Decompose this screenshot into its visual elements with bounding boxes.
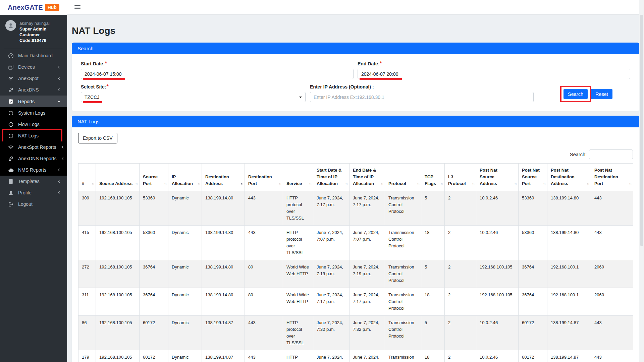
table-cell: June 7, 2024, 7:17 p.m. (313, 288, 350, 316)
sort-icon: ↑↓ (417, 180, 419, 187)
column-header-l3-protocol[interactable]: L3 Protocol↑↓ (445, 164, 476, 191)
scrollbar-thumb[interactable] (640, 15, 643, 246)
table-cell: 53360 (519, 191, 547, 226)
reset-button[interactable]: Reset (591, 89, 612, 99)
sort-icon: ↑↓ (543, 180, 545, 187)
logo: AnexGATE Hub (0, 0, 67, 15)
sidebar-menu: Main DashboardDevicesAnexSpotAnexDNSRepo… (0, 50, 67, 210)
column-header-ip-allocation[interactable]: IP Allocation↑↓ (168, 164, 202, 191)
column-header-start-date-time-of-ip-allocation[interactable]: Start Date & Time of IP Allocation↑↓ (313, 164, 350, 191)
sort-icon: ↑↓ (345, 180, 347, 187)
table-cell: 138.199.14.87 (547, 316, 591, 350)
column-header-post-nat-destination-port[interactable]: Post Nat Destination Port↑↓ (591, 164, 633, 191)
site-select[interactable]: TZCCJ (81, 92, 306, 102)
sidebar-item-templates[interactable]: Templates (0, 176, 67, 187)
column-header-post-nat-destination-address[interactable]: Post Nat Destination Address↑↓ (547, 164, 591, 191)
brand-logo-text: AnexGATE (8, 4, 43, 11)
sort-icon: ↑↓ (198, 180, 200, 187)
table-cell: 5 (421, 316, 445, 350)
table-cell: 53360 (140, 226, 168, 260)
sidebar-item-reports[interactable]: Reports (0, 96, 67, 107)
sidebar-item-nat-logs[interactable]: NAT Logs (0, 130, 67, 141)
sidebar-item-system-logs[interactable]: System Logs (0, 107, 67, 119)
sort-icon: ↑↓ (309, 180, 311, 187)
column-header-source-port[interactable]: Source Port↑↓ (140, 164, 168, 191)
end-date-field: End Date:* (358, 61, 630, 79)
content: NAT Logs Search Start Date:* (67, 25, 644, 362)
table-cell: 192.168.100.105 (96, 191, 140, 226)
table-cell: June 7, 2024, 7:21 p.m. (313, 350, 350, 362)
column-header-tcp-flags[interactable]: TCP Flags↑↓ (421, 164, 445, 191)
column-header-destination-address[interactable]: Destination Address↑↓ (202, 164, 245, 191)
table-cell: 311 (78, 288, 96, 316)
table-cell: June 7, 2024, 7:17 p.m. (313, 191, 350, 226)
sidebar-item-logout[interactable]: Logout (0, 198, 67, 210)
sidebar-toggle-icon[interactable] (74, 5, 80, 9)
ip-input[interactable] (310, 92, 534, 102)
sidebar-item-anexdns-reports[interactable]: AnexDNS Reports (0, 153, 67, 164)
page-scrollbar[interactable] (639, 0, 644, 362)
sidebar-item-flow-logs[interactable]: Flow Logs (0, 119, 67, 130)
column-header-service[interactable]: Service↑↓ (283, 164, 313, 191)
sidebar-item-profile[interactable]: Profile (0, 187, 67, 198)
table-cell: Transmission Control Protocol (385, 316, 421, 350)
sidebar-item-label: System Logs (18, 110, 61, 116)
column-header-destination-port[interactable]: Destination Port↑↓ (245, 164, 283, 191)
main-area: NAT Logs Search Start Date:* (67, 0, 644, 362)
column-header-protocol[interactable]: Protocol↑↓ (385, 164, 421, 191)
table-cell: June 7, 2024, 7:07 p.m. (313, 226, 350, 260)
end-date-input[interactable] (358, 69, 630, 79)
sidebar-item-anexspot-reports[interactable]: AnexSpot Reports (0, 141, 67, 153)
user-name: akshay halingali (19, 20, 64, 26)
table-cell: 138.199.14.87 (547, 350, 591, 362)
sidebar-item-main-dashboard[interactable]: Main Dashboard (0, 50, 67, 61)
column-header-post-nat-source-address[interactable]: Post Nat Source Address↑↓ (476, 164, 519, 191)
required-mark: * (380, 61, 382, 66)
customer-code: Customer Code:810479 (19, 32, 64, 43)
table-cell: 138.199.14.87 (202, 316, 245, 350)
export-csv-button[interactable]: Export to CSV (78, 133, 117, 143)
link-icon (8, 87, 14, 93)
sidebar-item-label: Templates (18, 179, 53, 184)
nat-logs-table: #↑↓Source Address↑↓Source Port↑↓IP Alloc… (78, 163, 633, 362)
table-cell: 192.168.100.105 (96, 226, 140, 260)
table-row: 311192.168.100.10536764Dynamic138.199.14… (78, 288, 633, 316)
table-cell: 443 (591, 350, 633, 362)
column-header-post-nat-source-port[interactable]: Post Nat Source Port↑↓ (519, 164, 547, 191)
sidebar-item-anexdns[interactable]: AnexDNS (0, 84, 67, 96)
table-cell: 192.168.100.1 (547, 260, 591, 288)
table-cell: 138.199.14.80 (202, 288, 245, 316)
table-search-input[interactable] (589, 149, 633, 159)
sidebar-item-label: Devices (18, 64, 53, 70)
table-cell: June 7, 2024, 7:32 p.m. (313, 316, 350, 350)
chevron-left-icon (61, 145, 65, 149)
link-icon (8, 156, 14, 162)
search-button[interactable]: Search (564, 89, 588, 99)
sidebar-item-anexspot[interactable]: AnexSpot (0, 73, 67, 84)
caret-down-icon (299, 97, 302, 98)
sidebar-item-nms-reports[interactable]: NMS Reports (0, 164, 67, 176)
table-cell: 36764 (140, 288, 168, 316)
chevron-left-icon (61, 157, 65, 161)
table-cell: 18 (421, 350, 445, 362)
user-info: akshay halingali Super Admin Customer Co… (0, 15, 67, 43)
table-row: 309192.168.100.10553360Dynamic138.199.14… (78, 191, 633, 226)
cloud-icon (8, 167, 14, 173)
table-cell: 60172 (519, 316, 547, 350)
table-cell: 36764 (519, 260, 547, 288)
column-header-end-date-time-of-ip-allocation[interactable]: End Date & Time of IP Allocation↑↓ (350, 164, 385, 191)
table-cell: 192.168.100.105 (96, 316, 140, 350)
sort-icon: ↑↓ (514, 180, 517, 187)
column-header--[interactable]: #↑↓ (78, 164, 96, 191)
site-select-value: TZCCJ (85, 95, 99, 100)
sidebar-item-devices[interactable]: Devices (0, 61, 67, 73)
table-cell: June 7, 2024, 7:17 p.m. (350, 288, 385, 316)
table-cell: 2060 (591, 260, 633, 288)
table-cell: Dynamic (168, 288, 202, 316)
end-date-label: End Date: (358, 61, 379, 66)
table-cell: 443 (591, 191, 633, 226)
start-date-input[interactable] (81, 69, 354, 79)
column-header-source-address[interactable]: Source Address↑↓ (96, 164, 140, 191)
table-cell: 138.199.14.80 (202, 226, 245, 260)
ip-label: Enter IP Address (Optional) : (310, 84, 374, 89)
